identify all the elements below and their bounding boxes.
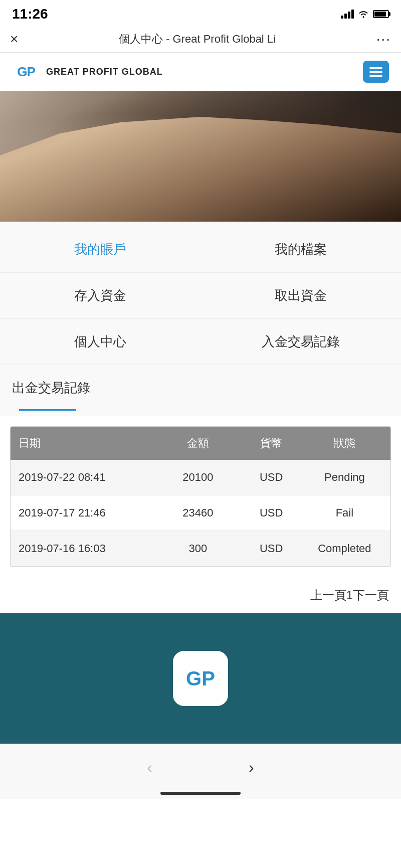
hamburger-line-3 bbox=[369, 75, 382, 77]
logo-icon: GP bbox=[12, 61, 40, 82]
brand-name: GREAT PROFIT GLOBAL bbox=[46, 67, 163, 77]
nav-item-my-profile[interactable]: 我的檔案 bbox=[200, 227, 401, 272]
logo-area: GP GREAT PROFIT GLOBAL bbox=[12, 61, 163, 82]
col-header-date: 日期 bbox=[19, 436, 160, 451]
url-bar[interactable]: 個人中心 - Great Profit Global Li bbox=[26, 32, 368, 47]
cell-status-1: Pending bbox=[307, 471, 382, 484]
pagination-text[interactable]: 上一頁1下一頁 bbox=[310, 588, 389, 602]
status-bar: 11:26 bbox=[0, 0, 401, 26]
footer-logo: GP bbox=[173, 651, 228, 706]
nav-item-my-account[interactable]: 我的賬戶 bbox=[0, 227, 200, 272]
table-row: 2019-07-17 21:46 23460 USD Fail bbox=[11, 495, 390, 531]
footer-logo-text: GP bbox=[186, 667, 215, 690]
cell-amount-2: 23460 bbox=[160, 506, 236, 519]
status-icons bbox=[341, 10, 389, 19]
hero-image bbox=[0, 91, 401, 222]
hamburger-line-2 bbox=[369, 71, 382, 73]
browser-nav: ‹ › bbox=[0, 744, 401, 786]
cell-currency-2: USD bbox=[236, 506, 307, 519]
nav-row-1: 我的賬戶 我的檔案 bbox=[0, 227, 401, 273]
browser-bar: × 個人中心 - Great Profit Global Li ··· bbox=[0, 26, 401, 53]
home-indicator-area bbox=[0, 786, 401, 799]
cell-status-2: Fail bbox=[307, 506, 382, 519]
status-time: 11:26 bbox=[12, 6, 48, 22]
browser-more-button[interactable]: ··· bbox=[376, 31, 391, 47]
site-header: GP GREAT PROFIT GLOBAL bbox=[0, 53, 401, 91]
logo-text: GP bbox=[17, 64, 35, 80]
cell-amount-1: 20100 bbox=[160, 471, 236, 484]
hamburger-button[interactable] bbox=[363, 61, 389, 83]
svg-point-0 bbox=[363, 17, 364, 18]
battery-icon bbox=[373, 10, 389, 18]
hamburger-line-1 bbox=[369, 67, 382, 69]
cell-status-3: Completed bbox=[307, 542, 382, 555]
signal-icon bbox=[341, 10, 354, 19]
cell-date-3: 2019-07-16 16:03 bbox=[19, 542, 160, 555]
table-header: 日期 金額 貨幣 狀態 bbox=[11, 427, 390, 460]
nav-row-2: 存入資金 取出資金 bbox=[0, 273, 401, 319]
wifi-icon bbox=[358, 10, 369, 19]
col-header-status: 狀態 bbox=[307, 436, 382, 451]
cell-date-1: 2019-07-22 08:41 bbox=[19, 471, 160, 484]
nav-item-personal-center[interactable]: 個人中心 bbox=[0, 319, 200, 365]
cell-currency-3: USD bbox=[236, 542, 307, 555]
site-footer: GP bbox=[0, 613, 401, 744]
nav-item-withdrawal-records[interactable]: 出金交易記錄 bbox=[0, 365, 95, 411]
cell-amount-3: 300 bbox=[160, 542, 236, 555]
table-row: 2019-07-22 08:41 20100 USD Pending bbox=[11, 460, 390, 495]
table-row: 2019-07-16 16:03 300 USD Completed bbox=[11, 531, 390, 567]
cell-currency-1: USD bbox=[236, 471, 307, 484]
browser-forward-button[interactable]: › bbox=[241, 754, 262, 781]
nav-item-withdraw[interactable]: 取出資金 bbox=[200, 273, 401, 318]
home-indicator-bar bbox=[160, 792, 241, 795]
nav-row-4: 出金交易記錄 bbox=[0, 365, 401, 411]
pagination: 上一頁1下一頁 bbox=[0, 577, 401, 613]
nav-row-3: 個人中心 入金交易記錄 bbox=[0, 319, 401, 365]
browser-close-button[interactable]: × bbox=[10, 31, 18, 47]
browser-back-button[interactable]: ‹ bbox=[139, 754, 160, 781]
nav-item-deposit-records[interactable]: 入金交易記錄 bbox=[200, 319, 401, 365]
col-header-currency: 貨幣 bbox=[236, 436, 307, 451]
transaction-table: 日期 金額 貨幣 狀態 2019-07-22 08:41 20100 USD P… bbox=[10, 426, 391, 567]
nav-menu: 我的賬戶 我的檔案 存入資金 取出資金 個人中心 入金交易記錄 出金交易記錄 bbox=[0, 222, 401, 416]
nav-item-deposit[interactable]: 存入資金 bbox=[0, 273, 200, 318]
col-header-amount: 金額 bbox=[160, 436, 236, 451]
hero-hand-graphic bbox=[0, 111, 401, 222]
cell-date-2: 2019-07-17 21:46 bbox=[19, 506, 160, 519]
